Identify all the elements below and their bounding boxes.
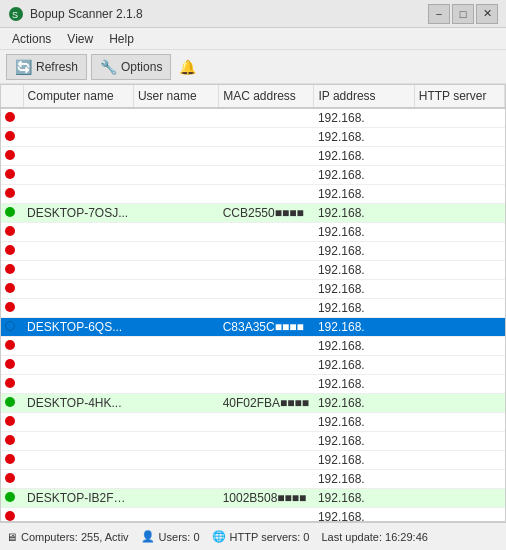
table-row[interactable]: DESKTOP-IB2FF...1002B508■■■■192.168. bbox=[1, 489, 505, 508]
status-cell bbox=[1, 375, 23, 394]
http-status: 🌐 HTTP servers: 0 bbox=[212, 530, 310, 543]
status-dot bbox=[5, 435, 15, 445]
status-dot bbox=[5, 226, 15, 236]
refresh-icon: 🔄 bbox=[15, 59, 32, 75]
http-server-cell bbox=[414, 128, 504, 147]
user-name-cell bbox=[133, 223, 218, 242]
table-row[interactable]: DESKTOP-7OSJ...CCB2550■■■■192.168. bbox=[1, 204, 505, 223]
mac-address-cell bbox=[219, 128, 314, 147]
computer-name-cell bbox=[23, 337, 133, 356]
table-row[interactable]: 192.168. bbox=[1, 451, 505, 470]
notifications-button[interactable]: 🔔 bbox=[175, 55, 199, 79]
table-row[interactable]: 192.168. bbox=[1, 280, 505, 299]
computer-name-cell: DESKTOP-IB2FF... bbox=[23, 489, 133, 508]
computer-name-cell bbox=[23, 108, 133, 128]
http-server-cell bbox=[414, 508, 504, 523]
ip-address-cell: 192.168. bbox=[314, 261, 414, 280]
mac-address-cell bbox=[219, 242, 314, 261]
table-row[interactable]: 192.168. bbox=[1, 166, 505, 185]
table-row[interactable]: 192.168. bbox=[1, 185, 505, 204]
status-cell bbox=[1, 261, 23, 280]
ip-address-cell: 192.168. bbox=[314, 508, 414, 523]
users-count: Users: 0 bbox=[159, 531, 200, 543]
http-server-cell bbox=[414, 451, 504, 470]
table-row[interactable]: 192.168. bbox=[1, 470, 505, 489]
svg-text:S: S bbox=[12, 10, 18, 20]
status-cell bbox=[1, 413, 23, 432]
col-header-user: User name bbox=[133, 85, 218, 108]
options-icon: 🔧 bbox=[100, 59, 117, 75]
mac-address-cell bbox=[219, 147, 314, 166]
user-name-cell bbox=[133, 242, 218, 261]
user-name-cell bbox=[133, 356, 218, 375]
user-name-cell bbox=[133, 166, 218, 185]
http-server-cell bbox=[414, 166, 504, 185]
status-dot bbox=[5, 264, 15, 274]
table-row[interactable]: 192.168. bbox=[1, 432, 505, 451]
user-name-cell bbox=[133, 508, 218, 523]
table-row[interactable]: 192.168. bbox=[1, 508, 505, 523]
http-server-cell bbox=[414, 489, 504, 508]
status-cell bbox=[1, 356, 23, 375]
status-cell bbox=[1, 185, 23, 204]
computer-name-cell bbox=[23, 432, 133, 451]
minimize-button[interactable]: − bbox=[428, 4, 450, 24]
refresh-button[interactable]: 🔄 Refresh bbox=[6, 54, 87, 80]
computer-name-cell bbox=[23, 223, 133, 242]
table-row[interactable]: 192.168. bbox=[1, 261, 505, 280]
menu-actions[interactable]: Actions bbox=[4, 30, 59, 48]
table-row[interactable]: 192.168. bbox=[1, 413, 505, 432]
http-server-cell bbox=[414, 242, 504, 261]
status-dot bbox=[5, 416, 15, 426]
user-icon: 👤 bbox=[141, 530, 155, 543]
http-server-cell bbox=[414, 147, 504, 166]
status-dot bbox=[5, 359, 15, 369]
user-name-cell bbox=[133, 128, 218, 147]
computer-name-cell: DESKTOP-6QS... bbox=[23, 318, 133, 337]
status-cell bbox=[1, 147, 23, 166]
menu-view[interactable]: View bbox=[59, 30, 101, 48]
table-row[interactable]: 192.168. bbox=[1, 128, 505, 147]
mac-address-cell: CCB2550■■■■ bbox=[219, 204, 314, 223]
update-label: Last update: 16:29:46 bbox=[321, 531, 427, 543]
http-server-cell bbox=[414, 261, 504, 280]
http-server-cell bbox=[414, 318, 504, 337]
bell-icon: 🔔 bbox=[179, 59, 196, 75]
menu-help[interactable]: Help bbox=[101, 30, 142, 48]
maximize-button[interactable]: □ bbox=[452, 4, 474, 24]
table-row[interactable]: 192.168. bbox=[1, 223, 505, 242]
table-row[interactable]: 192.168. bbox=[1, 337, 505, 356]
computer-name-cell bbox=[23, 261, 133, 280]
table-row[interactable]: 192.168. bbox=[1, 108, 505, 128]
computer-name-cell bbox=[23, 128, 133, 147]
table-row[interactable]: 192.168. bbox=[1, 299, 505, 318]
user-name-cell bbox=[133, 204, 218, 223]
status-cell bbox=[1, 299, 23, 318]
computer-name-cell bbox=[23, 375, 133, 394]
status-dot bbox=[5, 454, 15, 464]
status-dot bbox=[5, 131, 15, 141]
ip-address-cell: 192.168. bbox=[314, 242, 414, 261]
table-row[interactable]: 192.168. bbox=[1, 147, 505, 166]
status-cell bbox=[1, 242, 23, 261]
http-server-cell bbox=[414, 299, 504, 318]
table-row[interactable]: DESKTOP-6QS...C83A35C■■■■192.168. bbox=[1, 318, 505, 337]
ip-address-cell: 192.168. bbox=[314, 318, 414, 337]
http-server-cell bbox=[414, 204, 504, 223]
status-dot bbox=[5, 207, 15, 217]
close-button[interactable]: ✕ bbox=[476, 4, 498, 24]
table-container[interactable]: Computer name User name MAC address IP a… bbox=[0, 84, 506, 522]
ip-address-cell: 192.168. bbox=[314, 432, 414, 451]
table-row[interactable]: 192.168. bbox=[1, 242, 505, 261]
options-button[interactable]: 🔧 Options bbox=[91, 54, 171, 80]
user-name-cell bbox=[133, 108, 218, 128]
ip-address-cell: 192.168. bbox=[314, 356, 414, 375]
mac-address-cell bbox=[219, 375, 314, 394]
table-row[interactable]: DESKTOP-4HK...40F02FBA■■■■192.168. bbox=[1, 394, 505, 413]
table-header-row: Computer name User name MAC address IP a… bbox=[1, 85, 505, 108]
table-row[interactable]: 192.168. bbox=[1, 356, 505, 375]
status-cell bbox=[1, 204, 23, 223]
user-name-cell bbox=[133, 394, 218, 413]
status-cell bbox=[1, 166, 23, 185]
table-row[interactable]: 192.168. bbox=[1, 375, 505, 394]
